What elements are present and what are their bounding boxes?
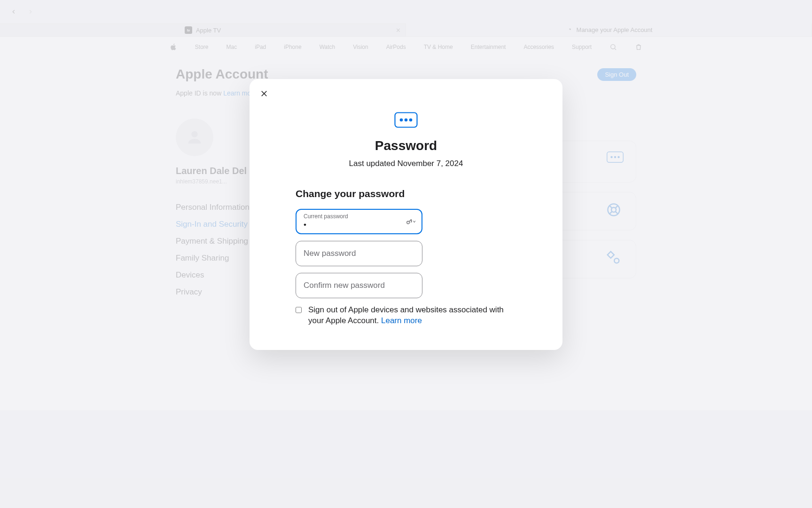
svg-point-20	[400, 119, 402, 121]
checkbox-label: Sign out of Apple devices and websites a…	[308, 305, 516, 326]
svg-point-23	[407, 221, 410, 224]
password-modal: Password Last updated November 7, 2024 C…	[250, 79, 562, 350]
modal-title: Password	[375, 138, 437, 153]
signout-devices-checkbox[interactable]	[296, 306, 302, 314]
field-placeholder: New password	[304, 249, 356, 258]
password-key-icon[interactable]	[406, 217, 416, 226]
svg-point-22	[410, 119, 412, 121]
current-password-field[interactable]: Current password	[296, 209, 422, 234]
close-button[interactable]	[260, 89, 269, 99]
confirm-password-field[interactable]: Confirm new password	[296, 273, 422, 298]
change-password-form: Change your password Current password Ne…	[296, 188, 516, 326]
field-placeholder: Confirm new password	[304, 281, 385, 290]
new-password-field[interactable]: New password	[296, 241, 422, 266]
modal-subtitle: Last updated November 7, 2024	[349, 159, 463, 168]
field-label: Current password	[304, 213, 348, 220]
learn-more-link[interactable]: Learn more	[381, 316, 422, 325]
form-heading: Change your password	[296, 188, 516, 199]
password-hero-icon	[394, 112, 418, 130]
current-password-input[interactable]	[304, 220, 414, 230]
signout-devices-row[interactable]: Sign out of Apple devices and websites a…	[296, 305, 516, 326]
svg-point-21	[405, 119, 407, 121]
